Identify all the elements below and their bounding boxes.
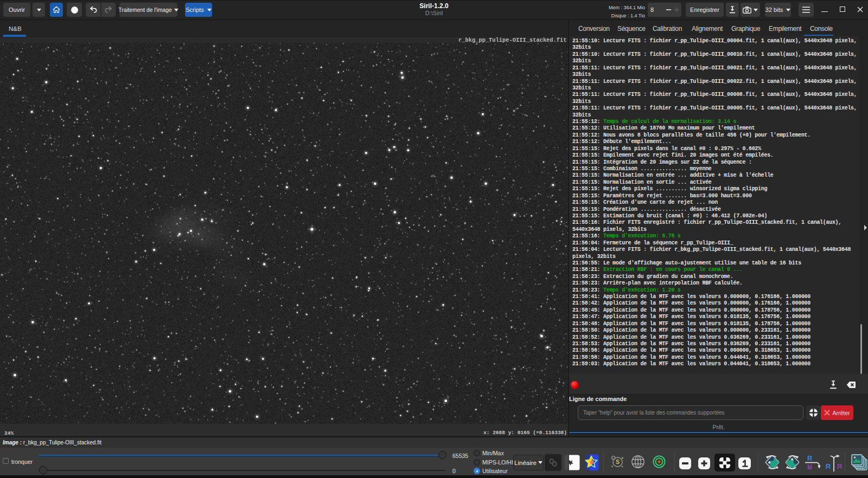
svg-text:R: R [826, 462, 831, 470]
svg-text:R: R [837, 462, 842, 470]
svg-text:R: R [807, 463, 813, 471]
svg-text:S: S [616, 458, 620, 465]
svg-text:R: R [807, 454, 813, 462]
